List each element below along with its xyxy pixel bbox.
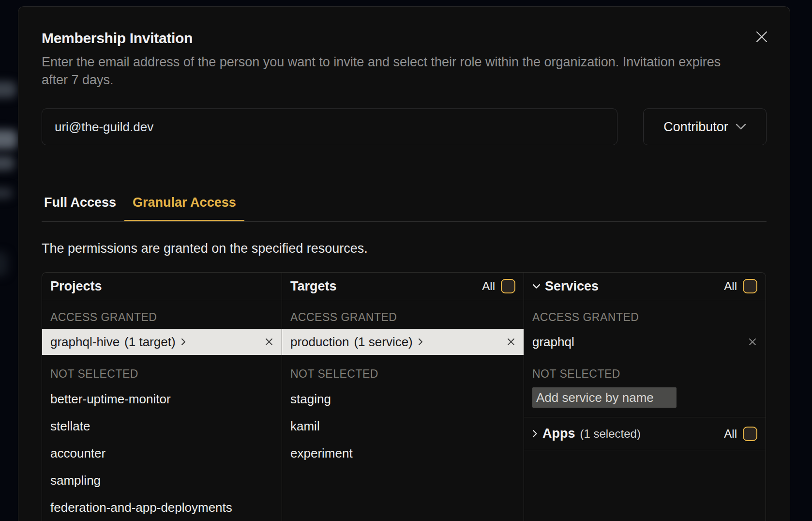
access-tabs: Full Access Granular Access [42,192,767,222]
projects-header-title: Projects [50,279,102,294]
resources-table: Projects ACCESS GRANTED graphql-hive (1 … [42,272,766,521]
projects-column: Projects ACCESS GRANTED graphql-hive (1 … [42,273,282,521]
projects-not-selected-list: better-uptime-monitor stellate accounter… [42,385,282,521]
close-button[interactable] [753,28,770,46]
membership-invitation-dialog: Membership Invitation Enter the email ad… [18,6,790,521]
list-item[interactable]: federation-and-app-deployments [42,494,282,521]
list-item[interactable]: stellate [42,413,282,440]
services-column: Services All ACCESS GRANTED graphql NOT [524,273,766,521]
chevron-right-icon [418,337,423,346]
list-item[interactable]: accounter [42,440,282,467]
remove-icon [748,337,757,347]
access-granted-label: ACCESS GRANTED [532,311,757,323]
tab-granular-access[interactable]: Granular Access [124,192,244,221]
background-blur-shape [0,81,16,98]
background-blur-shape [0,252,8,276]
services-all-checkbox[interactable] [743,279,757,293]
add-service-input[interactable] [532,387,677,408]
granted-project-row[interactable]: graphql-hive (1 target) [42,329,282,355]
chevron-down-icon [736,123,746,130]
list-item[interactable]: kamil [282,413,524,440]
remove-target-button[interactable] [507,337,515,346]
granted-target-name: production [290,335,349,350]
remove-service-button[interactable] [748,337,757,347]
dialog-title: Membership Invitation [42,29,767,47]
not-selected-label: NOT SELECTED [50,368,273,380]
background-blur-shape [0,130,17,149]
dialog-description: Enter the email address of the person yo… [42,53,729,89]
access-granted-label: ACCESS GRANTED [50,311,273,323]
services-content: ACCESS GRANTED graphql NOT SELECTED [524,300,766,417]
apps-all-label: All [724,427,737,441]
email-input[interactable] [42,108,617,145]
background-blur-shape [0,188,13,199]
targets-all-label: All [482,279,495,293]
services-all-label: All [724,279,737,293]
apps-selected-count: (1 selected) [580,427,641,441]
granted-service-row[interactable]: graphql [524,329,766,355]
targets-column-header: Targets All [282,273,524,300]
apps-title: Apps [542,426,575,441]
granted-project-count: (1 target) [124,335,176,350]
background-blur-shape [0,156,15,170]
list-item[interactable]: sampling [42,467,282,494]
role-select[interactable]: Contributor [643,108,767,145]
not-selected-label: NOT SELECTED [290,368,515,380]
list-item[interactable]: better-uptime-monitor [42,385,282,413]
granted-target-row[interactable]: production (1 service) [282,329,524,355]
access-granted-label: ACCESS GRANTED [290,311,515,323]
targets-all-checkbox[interactable] [501,279,515,293]
role-select-value: Contributor [663,120,728,135]
apps-section-row[interactable]: Apps (1 selected) All [524,417,766,450]
targets-column: Targets All ACCESS GRANTED production (1… [282,273,524,521]
services-column-header[interactable]: Services All [524,273,766,300]
close-icon [755,31,768,43]
list-item[interactable]: experiment [282,440,524,467]
list-item[interactable]: staging [282,385,524,413]
invite-row: Contributor [42,108,767,145]
granted-project-name: graphql-hive [50,335,120,350]
remove-project-button[interactable] [265,337,273,346]
not-selected-label: NOT SELECTED [532,368,757,380]
targets-not-selected-list: staging kamil experiment [282,385,524,467]
granted-service-name: graphql [532,335,574,350]
targets-header-title: Targets [290,279,337,294]
apps-all-checkbox[interactable] [743,427,757,441]
chevron-right-icon [180,337,186,346]
remove-icon [265,337,273,346]
projects-column-header: Projects [42,273,282,300]
chevron-right-icon [532,429,538,438]
permissions-note: The permissions are granted on the speci… [42,239,767,258]
services-header-title: Services [545,279,599,294]
remove-icon [507,337,515,346]
tab-full-access[interactable]: Full Access [42,192,124,221]
chevron-down-icon [532,284,541,289]
granted-target-count: (1 service) [354,335,412,350]
